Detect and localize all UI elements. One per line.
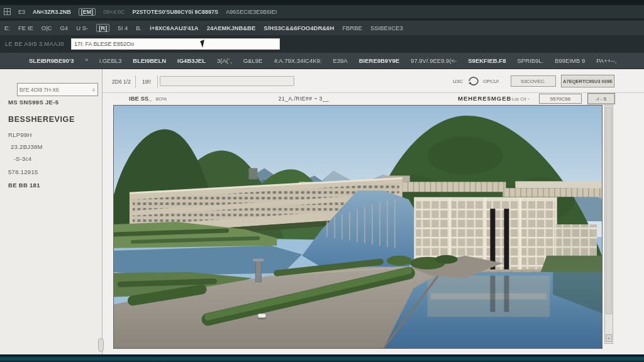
content-area: c MS SNS99S JE-5 BESSHEREVIGE RLP99H 23.… — [0, 69, 644, 354]
status-bold-label: MEHERE5MGEB — [458, 95, 511, 102]
image-caption: 21_A./RIE## ~ 3__ — [253, 96, 354, 102]
toolbar-item[interactable]: S/HS3C&&6FOO4DR&6H — [264, 25, 334, 31]
vertical-scrollbar[interactable]: v — [604, 105, 613, 344]
toolbar-action-button[interactable]: A7EQERTC9SU3 IG9E — [561, 75, 614, 87]
titlebar-item: 08<4:0C — [103, 9, 125, 15]
sidebar-item[interactable]: 578.12915 — [8, 168, 38, 175]
toolbar-value-field[interactable]: 93COVEC. — [511, 75, 556, 87]
taskbar — [0, 354, 644, 362]
toolbar-item[interactable]: i+8XC6AAU3'41A — [150, 25, 199, 31]
window-top-strip — [0, 0, 644, 5]
titlebar-item: AN<3ZR3.2NB — [33, 9, 71, 15]
menu-item[interactable]: S9EKFIEB.F8 — [468, 57, 506, 64]
menu-item[interactable]: B99EIMB 9 — [555, 57, 585, 64]
toolbar-item[interactable]: FBRBE — [342, 25, 362, 31]
toolbar-cell-count: 19!! — [135, 75, 158, 88]
sidebar-search-box[interactable]: c — [17, 83, 98, 96]
car — [257, 314, 266, 319]
toolbar-item[interactable]: FE IE — [18, 25, 33, 31]
menu-item[interactable]: G&L9E — [243, 57, 263, 64]
use-label: U3C — [453, 79, 463, 84]
toolbar-item[interactable]: [R] — [96, 24, 109, 32]
toolbar-item[interactable]: U S- — [76, 25, 88, 31]
menubar: SLEIBR9BE90'3 ^ i.GEBL3 BLEI9BELN IG4B3J… — [0, 53, 644, 69]
titlebar-item: E3 — [18, 9, 25, 15]
secure-label: OPCU! — [483, 79, 499, 84]
sidebar-item[interactable]: BE BB 181 — [8, 182, 40, 189]
scrollbar-thumb[interactable] — [606, 107, 612, 314]
menu-item[interactable]: BIERE9B9Y9E — [359, 57, 399, 64]
menu-item[interactable]: 97.9V/.9EE9.9(<- — [411, 57, 457, 64]
location-label: Loc Crt ~ — [512, 97, 530, 101]
sidebar-item[interactable]: RLP99H — [8, 131, 32, 138]
titlebar-badge: [EM] — [79, 8, 96, 16]
titlebar: E3 AN<3ZR3.2NB [EM] 08<4:0C P2STOTES0'SU… — [0, 5, 644, 19]
app-grid-icon — [4, 8, 11, 15]
document-toolbar: 2D6 1/2 19!! U3C OPCU! 93COVEC. A7EQERTC… — [103, 69, 644, 93]
top-toolbar: E: FE IE O|C G4 U S- [R] 5I 4 B. i+8XC6A… — [0, 19, 644, 35]
menu-item[interactable]: SLEIBR9BE90'3 — [29, 57, 74, 64]
menu-item[interactable]: 4:A.79X.34IC4K9: — [274, 57, 321, 64]
toolbar-item[interactable]: O|C — [42, 25, 52, 31]
sidebar-search-input[interactable] — [18, 87, 92, 93]
address-label: LE BE A9I5 3.MAAJ0 — [5, 41, 64, 47]
toolbar-input[interactable] — [160, 76, 294, 86]
menu-item[interactable]: PA++--, — [596, 57, 616, 64]
scrollbar-down-button[interactable]: v — [606, 334, 612, 342]
main-pane: 2D6 1/2 19!! U3C OPCU! 93COVEC. A7EQERTC… — [103, 69, 644, 354]
sidebar-item[interactable]: 23.2BJ38M — [11, 143, 43, 150]
menu-item[interactable]: 3(A(`, — [217, 57, 232, 64]
titlebar-item: P2STOTES0'SU86CY0i 9C8897S — [133, 9, 219, 15]
toolbar-item[interactable]: 5I 4 — [118, 25, 128, 31]
toolbar-item[interactable]: G4 — [60, 25, 68, 31]
code-field[interactable]: 5570C56 — [539, 94, 582, 104]
zoom-status-label: IBE SS_ — [129, 95, 152, 102]
sidebar-item[interactable]: MS SNS99S JE-5 — [8, 99, 58, 106]
address-bar: LE BE A9I5 3.MAAJ0 — [0, 35, 644, 53]
menu-item[interactable]: BLEI9BELN — [133, 57, 166, 64]
toolbar-item[interactable]: SSIBEIICE3 — [370, 25, 403, 31]
nav-button[interactable]: -I - S — [587, 93, 615, 104]
menu-item[interactable]: ^ — [85, 57, 87, 64]
refresh-icon[interactable] — [466, 75, 481, 89]
menu-item[interactable]: SPRIB9L. — [517, 57, 543, 64]
toolbar-item[interactable]: E: — [4, 25, 10, 31]
toolbar-item[interactable]: B. — [136, 25, 142, 31]
menu-item[interactable]: E39A — [333, 57, 347, 64]
toolbar-cell-scale: 2D6 1/2 — [108, 75, 135, 88]
sidebar-panel: c MS SNS99S JE-5 BESSHEREVIGE RLP99H 23.… — [0, 69, 103, 354]
zoom-percent: 8O% — [155, 96, 167, 102]
menu-item[interactable]: i.GEBL3 — [99, 57, 121, 64]
right-bank — [540, 256, 602, 273]
sidebar-search-suffix[interactable]: c — [92, 87, 97, 92]
toolbar-item[interactable]: 24AEMKJNB&BE — [207, 25, 256, 31]
zoom-status: IBE SS_8O% — [129, 95, 167, 102]
address-input[interactable] — [71, 38, 280, 50]
sidebar-item[interactable]: BESSHEREVIGE — [8, 115, 75, 124]
menu-item[interactable]: IG4B3JEL — [177, 57, 206, 64]
titlebar-item: A96SECIE3E9B6IEI — [226, 9, 277, 15]
sidebar-item[interactable]: -S-3c4 — [14, 156, 31, 162]
dam-photo[interactable] — [113, 105, 602, 349]
